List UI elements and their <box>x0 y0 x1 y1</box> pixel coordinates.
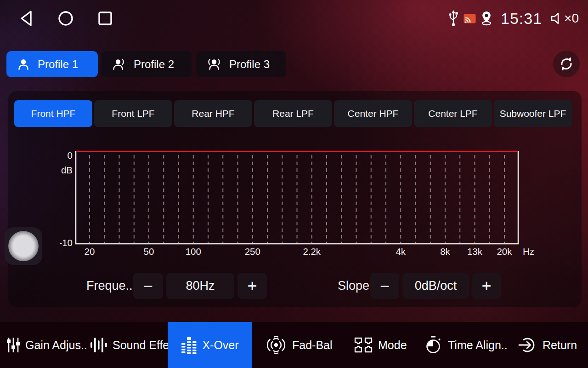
profile-1-button[interactable]: Profile 1 <box>6 51 98 77</box>
time-align-icon <box>424 335 443 355</box>
slope-plus-button[interactable]: + <box>472 273 501 299</box>
volume-status: ×0 <box>549 11 579 26</box>
back-icon <box>17 9 35 28</box>
android-nav-keys <box>17 9 114 28</box>
person-broadcast-icon <box>112 58 126 71</box>
svg-text:2.2k: 2.2k <box>303 246 321 257</box>
nav-label: Sound Effe.. <box>113 339 175 352</box>
svg-text:100: 100 <box>186 246 201 257</box>
profile-bar: Profile 1 Profile 2 Profile 3 <box>0 51 588 78</box>
svg-text:50: 50 <box>144 246 154 257</box>
nav-sound-effect[interactable]: Sound Effe.. <box>90 322 175 368</box>
recents-button[interactable] <box>96 9 114 28</box>
slope-minus-button[interactable]: − <box>370 273 399 299</box>
person-broadcast-both-icon <box>206 58 222 71</box>
frequency-plus-button[interactable]: + <box>237 273 267 299</box>
svg-text:20k: 20k <box>497 246 512 257</box>
recents-icon <box>96 9 114 28</box>
screen: { "status_bar": { "time": "15:31", "volu… <box>0 0 588 368</box>
nav-mode[interactable]: Mode <box>354 322 407 368</box>
xover-chart[interactable]: 20501002502.2k4k8k13k20kHz0dB-10 <box>60 145 537 260</box>
svg-text:-10: -10 <box>60 237 73 248</box>
nav-xover[interactable]: X-Over <box>168 322 252 368</box>
tab-center-lpf[interactable]: Center LPF <box>414 100 492 127</box>
svg-text:250: 250 <box>245 246 260 257</box>
nav-time-align[interactable]: Time Align.. <box>424 322 508 368</box>
slope-label: Slope <box>338 272 369 299</box>
filter-tabs: Front HPF Front LPF Rear HPF Rear LPF Ce… <box>14 100 572 127</box>
refresh-icon <box>559 56 574 72</box>
svg-text:8k: 8k <box>440 246 450 257</box>
svg-text:dB: dB <box>61 165 73 175</box>
home-icon <box>57 9 74 28</box>
gain-adjust-icon <box>6 336 20 354</box>
chart-gridlines <box>90 155 504 243</box>
svg-text:Hz: Hz <box>523 246 534 257</box>
svg-text:13k: 13k <box>467 246 483 257</box>
person-icon <box>17 58 30 71</box>
profile-label: Profile 2 <box>134 58 174 71</box>
nav-label: Mode <box>378 339 407 352</box>
svg-text:4k: 4k <box>396 246 406 257</box>
xover-icon <box>181 335 197 355</box>
profile-label: Profile 3 <box>229 58 270 71</box>
tab-subwoofer-lpf[interactable]: Subwoofer LPF <box>494 100 572 127</box>
bottom-nav: Gain Adjus.. Sound Effe.. X-Over <box>0 322 588 368</box>
profile-label: Profile 1 <box>38 58 78 71</box>
nav-label: Gain Adjus.. <box>25 339 87 352</box>
frequency-minus-button[interactable]: − <box>133 273 163 299</box>
return-icon <box>518 335 537 355</box>
slope-value: 0dB/oct <box>402 273 469 299</box>
fad-bal-icon <box>265 335 287 355</box>
svg-text:0: 0 <box>68 150 73 161</box>
nav-label: Return <box>543 339 577 352</box>
nav-return[interactable]: Return <box>518 322 577 368</box>
status-icons: 15:31 ×0 <box>448 6 579 30</box>
nav-label: Time Align.. <box>448 339 508 352</box>
cast-icon <box>464 14 476 23</box>
back-button[interactable] <box>17 9 35 28</box>
profile-3-button[interactable]: Profile 3 <box>196 51 286 77</box>
tab-center-hpf[interactable]: Center HPF <box>334 100 412 127</box>
mode-icon <box>354 336 373 354</box>
refresh-button[interactable] <box>553 51 580 77</box>
floating-knob[interactable] <box>5 227 42 265</box>
svg-text:20: 20 <box>85 246 95 257</box>
tab-front-hpf[interactable]: Front HPF <box>14 100 92 127</box>
clock: 15:31 <box>501 10 542 28</box>
frequency-value: 80Hz <box>166 273 234 299</box>
nav-gain-adjust[interactable]: Gain Adjus.. <box>6 322 87 368</box>
frequency-label: Freque.. <box>86 272 133 299</box>
status-bar: 15:31 ×0 <box>0 0 588 37</box>
profile-2-button[interactable]: Profile 2 <box>102 51 192 77</box>
volume-muted-icon <box>549 12 563 25</box>
tab-front-lpf[interactable]: Front LPF <box>94 100 172 127</box>
nav-fad-bal[interactable]: Fad-Bal <box>265 322 333 368</box>
nav-label: Fad-Bal <box>292 339 333 352</box>
tab-rear-hpf[interactable]: Rear HPF <box>174 100 252 127</box>
nav-label: X-Over <box>202 339 238 352</box>
volume-level: ×0 <box>564 11 579 26</box>
knob-icon <box>8 231 39 261</box>
usb-icon <box>448 10 459 27</box>
home-button[interactable] <box>57 9 74 28</box>
location-icon <box>481 11 492 26</box>
sound-effect-icon <box>90 335 107 355</box>
tab-rear-lpf[interactable]: Rear LPF <box>254 100 332 127</box>
